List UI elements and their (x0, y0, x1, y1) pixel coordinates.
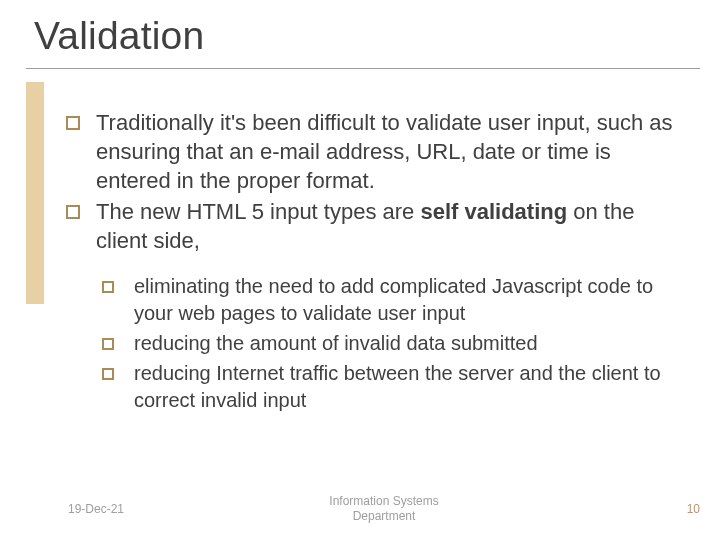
footer: 19-Dec-21 Information Systems Department… (68, 492, 700, 526)
page-number: 10 (687, 502, 700, 516)
bullet-text-bold: self validating (420, 199, 567, 224)
footer-center-line2: Department (329, 509, 438, 524)
sub-bullet-list: eliminating the need to add complicated … (96, 273, 690, 413)
bullet-text: Traditionally it's been difficult to val… (96, 110, 673, 193)
footer-center: Information Systems Department (329, 494, 438, 524)
footer-center-line1: Information Systems (329, 494, 438, 509)
content-area: Traditionally it's been difficult to val… (64, 108, 690, 417)
title-container: Validation (26, 14, 700, 69)
bullet-list: Traditionally it's been difficult to val… (64, 108, 690, 255)
accent-bar (26, 82, 44, 304)
sub-bullet-item: reducing Internet traffic between the se… (96, 360, 690, 413)
bullet-item: The new HTML 5 input types are self vali… (64, 197, 690, 255)
slide-title: Validation (34, 14, 700, 58)
sub-bullet-item: reducing the amount of invalid data subm… (96, 330, 690, 356)
sub-bullet-text: eliminating the need to add complicated … (134, 275, 653, 323)
bullet-text-prefix: The new HTML 5 input types are (96, 199, 420, 224)
sub-bullet-item: eliminating the need to add complicated … (96, 273, 690, 326)
sub-bullet-text: reducing Internet traffic between the se… (134, 362, 661, 410)
sub-bullet-text: reducing the amount of invalid data subm… (134, 332, 538, 354)
bullet-item: Traditionally it's been difficult to val… (64, 108, 690, 195)
footer-date: 19-Dec-21 (68, 502, 124, 516)
slide: Validation Traditionally it's been diffi… (0, 0, 720, 540)
